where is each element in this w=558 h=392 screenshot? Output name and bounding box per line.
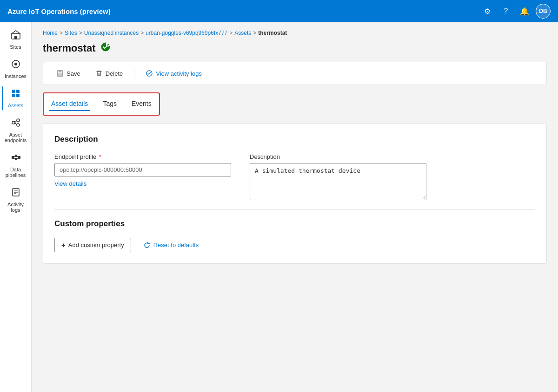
svg-rect-16 <box>18 156 20 159</box>
sidebar-item-instances[interactable]: Instances <box>2 55 30 83</box>
breadcrumb-current: thermostat <box>258 30 287 36</box>
sidebar-item-asset-endpoints[interactable]: Asset endpoints <box>2 114 30 147</box>
svg-rect-13 <box>12 156 14 159</box>
svg-point-10 <box>17 124 20 126</box>
sidebar-item-sites-label: Sites <box>10 44 21 50</box>
activity-logs-icon <box>11 187 21 200</box>
endpoint-profile-input[interactable] <box>54 163 231 176</box>
content-area: Home > Sites > Unassigned instances > ur… <box>32 22 558 392</box>
topbar-icons: ⚙ ? 🔔 DB <box>480 4 551 19</box>
svg-rect-1 <box>14 36 17 39</box>
breadcrumb-sep-3: > <box>140 30 144 36</box>
sidebar-item-instances-label: Instances <box>5 73 27 79</box>
svg-line-12 <box>15 123 17 125</box>
sidebar-item-assets-label: Assets <box>8 103 23 108</box>
tab-events[interactable]: Events <box>130 97 153 111</box>
delete-button[interactable]: Delete <box>90 67 129 80</box>
view-activity-logs-button[interactable]: View activity logs <box>140 67 207 80</box>
description-section-title: Description <box>54 135 535 144</box>
help-icon[interactable]: ? <box>498 4 513 19</box>
sidebar-item-data-pipelines[interactable]: Data pipelines <box>2 149 30 182</box>
save-icon <box>56 70 64 77</box>
view-details-link[interactable]: View details <box>54 180 231 187</box>
sidebar-item-activity-logs[interactable]: Activity logs <box>2 183 30 216</box>
svg-rect-4 <box>12 90 15 93</box>
delete-label: Delete <box>106 70 123 77</box>
svg-point-8 <box>12 121 15 124</box>
toolbar-separator <box>134 68 134 79</box>
endpoint-profile-label: Endpoint profile * <box>54 153 231 160</box>
svg-line-11 <box>15 121 17 123</box>
svg-line-20 <box>17 157 18 159</box>
app-title: Azure IoT Operations (preview) <box>7 7 480 15</box>
tab-tags[interactable]: Tags <box>101 97 119 111</box>
page-title-row: thermostat <box>43 42 547 54</box>
connected-status-icon <box>100 42 111 54</box>
svg-rect-15 <box>15 158 17 160</box>
sidebar-item-asset-endpoints-label: Asset endpoints <box>4 132 28 143</box>
breadcrumb-sites[interactable]: Sites <box>65 30 77 36</box>
breadcrumb-unassigned-instances[interactable]: Unassigned instances <box>84 30 139 36</box>
save-button[interactable]: Save <box>51 67 86 80</box>
svg-line-18 <box>14 157 15 159</box>
main-layout: Sites Instances Assets Asset endpoints D… <box>0 22 558 392</box>
sidebar-item-data-pipelines-label: Data pipelines <box>4 167 28 178</box>
breadcrumb: Home > Sites > Unassigned instances > ur… <box>43 30 547 36</box>
breadcrumb-device[interactable]: urban-goggles-v69pq969p6fx777 <box>146 30 227 36</box>
sites-icon <box>11 30 21 42</box>
notifications-icon[interactable]: 🔔 <box>517 4 532 19</box>
description-field: Description A simulated thermostat devic… <box>250 153 426 200</box>
tab-container: Asset details Tags Events <box>43 92 160 116</box>
page-title: thermostat <box>43 42 96 54</box>
reset-to-defaults-button[interactable]: Reset to defaults <box>137 239 206 252</box>
svg-rect-14 <box>15 155 17 157</box>
sidebar-item-assets[interactable]: Assets <box>2 85 30 112</box>
instances-icon <box>11 59 21 72</box>
svg-line-19 <box>17 156 18 158</box>
description-section: Description Endpoint profile * View deta… <box>54 135 535 200</box>
custom-properties-section: Custom properties + Add custom property … <box>54 219 535 252</box>
svg-point-9 <box>17 119 20 122</box>
description-textarea[interactable]: A simulated thermostat device <box>250 163 426 200</box>
toolbar: Save Delete View activity logs <box>43 62 547 85</box>
endpoint-profile-field: Endpoint profile * View details <box>54 153 231 200</box>
breadcrumb-assets[interactable]: Assets <box>234 30 251 36</box>
view-activity-logs-label: View activity logs <box>156 70 202 77</box>
plus-icon: + <box>61 241 66 249</box>
svg-line-17 <box>14 156 15 158</box>
breadcrumb-sep-5: > <box>253 30 256 36</box>
svg-rect-29 <box>58 73 62 76</box>
breadcrumb-sep-4: > <box>229 30 232 36</box>
svg-point-3 <box>14 63 17 65</box>
svg-rect-5 <box>16 90 20 93</box>
breadcrumb-sep-2: > <box>79 30 82 36</box>
required-marker: * <box>99 153 101 160</box>
reset-to-defaults-label: Reset to defaults <box>153 242 199 248</box>
sidebar-item-activity-logs-label: Activity logs <box>4 202 28 213</box>
tab-asset-details[interactable]: Asset details <box>49 97 90 111</box>
settings-icon[interactable]: ⚙ <box>480 4 495 19</box>
delete-icon <box>95 70 103 77</box>
breadcrumb-home[interactable]: Home <box>43 30 58 36</box>
main-card: Description Endpoint profile * View deta… <box>43 123 547 264</box>
asset-endpoints-icon <box>11 118 21 130</box>
svg-rect-28 <box>59 71 61 72</box>
data-pipelines-icon <box>11 152 21 165</box>
view-activity-logs-icon <box>146 70 153 77</box>
divider <box>54 209 535 210</box>
custom-properties-title: Custom properties <box>54 219 535 229</box>
add-custom-property-button[interactable]: + Add custom property <box>54 238 131 252</box>
sidebar: Sites Instances Assets Asset endpoints D… <box>0 22 32 392</box>
svg-point-32 <box>146 71 152 76</box>
description-label: Description <box>250 153 426 160</box>
add-custom-property-label: Add custom property <box>68 242 124 248</box>
topbar: Azure IoT Operations (preview) ⚙ ? 🔔 DB <box>0 0 558 22</box>
reset-icon <box>143 242 151 249</box>
sidebar-item-sites[interactable]: Sites <box>2 26 30 53</box>
assets-icon <box>11 88 21 101</box>
form-row: Endpoint profile * View details Descript… <box>54 153 535 200</box>
svg-rect-7 <box>16 94 20 97</box>
custom-properties-row: + Add custom property Reset to defaults <box>54 238 535 252</box>
breadcrumb-sep-1: > <box>60 30 63 36</box>
avatar[interactable]: DB <box>536 4 551 19</box>
